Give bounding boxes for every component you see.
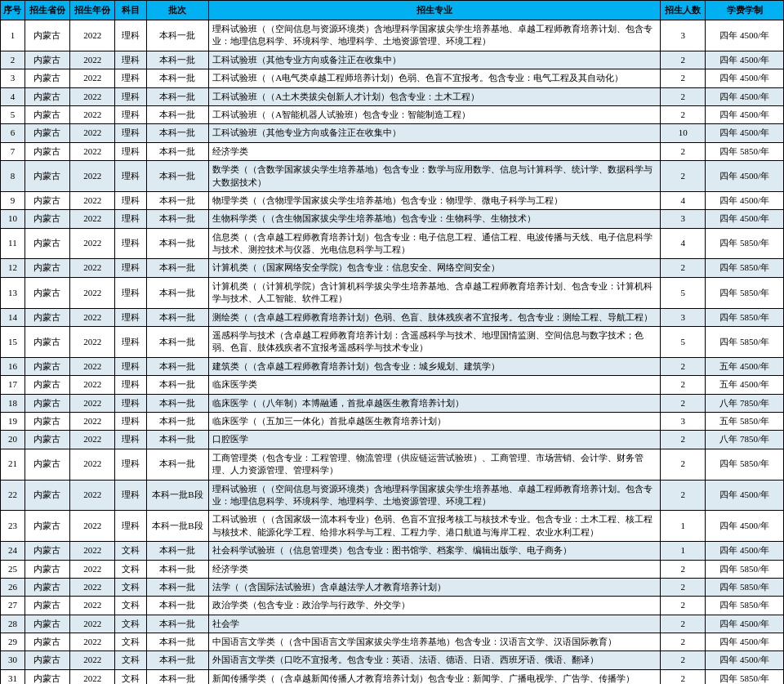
cell-2: 2022 xyxy=(70,69,115,87)
cell-5: 经济学类 xyxy=(209,142,661,160)
cell-0: 13 xyxy=(1,277,25,308)
cell-6: 2 xyxy=(661,431,706,449)
cell-0: 6 xyxy=(1,124,25,142)
cell-4: 本科一批 xyxy=(146,308,209,326)
cell-4: 本科一批 xyxy=(146,578,209,596)
cell-2: 2022 xyxy=(70,277,115,308)
cell-2: 2022 xyxy=(70,431,115,449)
cell-3: 理科 xyxy=(115,142,146,160)
cell-6: 1 xyxy=(661,511,706,542)
cell-3: 理科 xyxy=(115,357,146,375)
cell-6: 3 xyxy=(661,20,706,51)
cell-2: 2022 xyxy=(70,560,115,578)
cell-0: 8 xyxy=(1,161,25,192)
cell-5: 口腔医学 xyxy=(209,431,661,449)
cell-0: 9 xyxy=(1,191,25,209)
cell-7: 八年 7850/年 xyxy=(706,431,784,449)
header-subj: 科目 xyxy=(115,1,146,20)
table-row: 8内蒙古2022理科本科一批数学类（（含数学国家拔尖学生培养基地）包含专业：数学… xyxy=(1,161,784,192)
cell-3: 理科 xyxy=(115,259,146,277)
cell-3: 文科 xyxy=(115,615,146,633)
table-row: 24内蒙古2022文科本科一批社会科学试验班（（信息管理类）包含专业：图书馆学、… xyxy=(1,542,784,560)
cell-4: 本科一批 xyxy=(146,142,209,160)
cell-2: 2022 xyxy=(70,191,115,209)
cell-7: 四年 4500/年 xyxy=(706,69,784,87)
cell-7: 八年 7850/年 xyxy=(706,394,784,412)
cell-3: 理科 xyxy=(115,161,146,192)
cell-7: 四年 4500/年 xyxy=(706,51,784,69)
cell-3: 理科 xyxy=(115,20,146,51)
table-row: 26内蒙古2022文科本科一批法学（（含国际法试验班）含卓越法学人才教育培养计划… xyxy=(1,578,784,596)
cell-0: 16 xyxy=(1,357,25,375)
cell-6: 1 xyxy=(661,542,706,560)
cell-4: 本科一批 xyxy=(146,228,209,259)
table-row: 28内蒙古2022文科本科一批社会学2四年 4500/年 xyxy=(1,615,784,633)
cell-7: 四年 4500/年 xyxy=(706,124,784,142)
cell-2: 2022 xyxy=(70,20,115,51)
cell-1: 内蒙古 xyxy=(24,394,69,412)
table-row: 2内蒙古2022理科本科一批工科试验班（其他专业方向或备注正在收集中）2四年 4… xyxy=(1,51,784,69)
cell-2: 2022 xyxy=(70,327,115,358)
cell-5: 临床医学（（五加三一体化）首批卓越医生教育培养计划） xyxy=(209,412,661,430)
cell-5: 新闻传播学类（（含卓越新闻传播人才教育培养计划）包含专业：新闻学、广播电视学、广… xyxy=(209,669,661,684)
cell-0: 24 xyxy=(1,542,25,560)
cell-5: 外国语言文学类（口吃不宜报考。包含专业：英语、法语、德语、日语、西班牙语、俄语、… xyxy=(209,651,661,669)
cell-3: 理科 xyxy=(115,327,146,358)
cell-1: 内蒙古 xyxy=(24,376,69,394)
cell-6: 2 xyxy=(661,142,706,160)
cell-7: 四年 4500/年 xyxy=(706,542,784,560)
table-row: 27内蒙古2022文科本科一批政治学类（包含专业：政治学与行政学、外交学）2四年… xyxy=(1,597,784,615)
cell-0: 23 xyxy=(1,511,25,542)
cell-7: 四年 4500/年 xyxy=(706,615,784,633)
cell-7: 四年 4500/年 xyxy=(706,651,784,669)
cell-3: 文科 xyxy=(115,542,146,560)
cell-0: 30 xyxy=(1,651,25,669)
cell-2: 2022 xyxy=(70,412,115,430)
cell-4: 本科一批 xyxy=(146,597,209,615)
cell-1: 内蒙古 xyxy=(24,228,69,259)
cell-6: 3 xyxy=(661,210,706,228)
cell-2: 2022 xyxy=(70,542,115,560)
cell-0: 18 xyxy=(1,394,25,412)
cell-5: 工商管理类（包含专业：工程管理、物流管理（供应链运营试验班）、工商管理、市场营销… xyxy=(209,449,661,480)
cell-4: 本科一批 xyxy=(146,87,209,105)
cell-4: 本科一批 xyxy=(146,210,209,228)
cell-6: 2 xyxy=(661,51,706,69)
cell-3: 文科 xyxy=(115,597,146,615)
cell-1: 内蒙古 xyxy=(24,412,69,430)
cell-2: 2022 xyxy=(70,578,115,596)
cell-1: 内蒙古 xyxy=(24,191,69,209)
cell-1: 内蒙古 xyxy=(24,651,69,669)
cell-5: 计算机类（（计算机学院）含计算机科学拔尖学生培养基地、含卓越工程师教育培养计划、… xyxy=(209,277,661,308)
cell-5: 工科试验班（其他专业方向或备注正在收集中） xyxy=(209,51,661,69)
cell-5: 工科试验班（（A电气类卓越工程师培养计划）色弱、色盲不宜报考。包含专业：电气工程… xyxy=(209,69,661,87)
cell-0: 1 xyxy=(1,20,25,51)
cell-7: 四年 5850/年 xyxy=(706,308,784,326)
cell-3: 理科 xyxy=(115,105,146,123)
cell-6: 5 xyxy=(661,277,706,308)
cell-2: 2022 xyxy=(70,87,115,105)
cell-1: 内蒙古 xyxy=(24,357,69,375)
table-row: 18内蒙古2022理科本科一批临床医学（（八年制）本博融通，首批卓越医生教育培养… xyxy=(1,394,784,412)
cell-4: 本科一批 xyxy=(146,161,209,192)
cell-4: 本科一批B段 xyxy=(146,480,209,511)
cell-4: 本科一批 xyxy=(146,105,209,123)
cell-4: 本科一批 xyxy=(146,20,209,51)
cell-1: 内蒙古 xyxy=(24,327,69,358)
cell-0: 10 xyxy=(1,210,25,228)
header-year: 招生年份 xyxy=(70,1,115,20)
cell-6: 5 xyxy=(661,327,706,358)
cell-6: 2 xyxy=(661,69,706,87)
enrollment-table: 序号 招生省份 招生年份 科目 批次 招生专业 招生人数 学费学制 1内蒙古20… xyxy=(0,0,784,684)
cell-3: 理科 xyxy=(115,376,146,394)
cell-3: 文科 xyxy=(115,651,146,669)
table-row: 1内蒙古2022理科本科一批理科试验班（（空间信息与资源环境类）含地理科学国家拔… xyxy=(1,20,784,51)
table-row: 31内蒙古2022文科本科一批新闻传播学类（（含卓越新闻传播人才教育培养计划）包… xyxy=(1,669,784,684)
cell-7: 四年 5850/年 xyxy=(706,578,784,596)
cell-2: 2022 xyxy=(70,633,115,651)
cell-6: 2 xyxy=(661,449,706,480)
cell-6: 2 xyxy=(661,578,706,596)
cell-5: 测绘类（（含卓越工程师教育培养计划）色弱、色盲、肢体残疾者不宜报考。包含专业：测… xyxy=(209,308,661,326)
cell-1: 内蒙古 xyxy=(24,142,69,160)
cell-3: 理科 xyxy=(115,87,146,105)
